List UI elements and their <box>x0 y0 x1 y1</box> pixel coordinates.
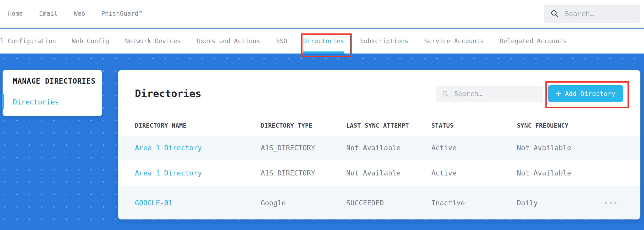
tab-users-and-actions[interactable]: Users and Actions <box>197 29 260 54</box>
cell-sync-frequency: Daily <box>517 199 604 207</box>
table-row: Area 1 Directory A1S_DIRECTORY Not Avail… <box>118 160 640 186</box>
column-directory-name: DIRECTORY NAME <box>135 122 261 129</box>
cell-directory-name-link[interactable]: GOOGLE-01 <box>135 199 261 207</box>
tab-email-configuration[interactable]: Email Configuration <box>0 29 56 54</box>
cell-directory-type: A1S_DIRECTORY <box>261 169 346 177</box>
column-status: STATUS <box>431 122 517 129</box>
cell-directory-type: Google <box>261 199 346 207</box>
cell-last-sync-attempt: Not Available <box>346 169 431 177</box>
top-nav-phishguard[interactable]: PhishGuard™ <box>101 10 142 17</box>
search-icon <box>442 90 449 98</box>
cell-directory-type: A1S_DIRECTORY <box>261 144 346 152</box>
top-nav-home[interactable]: Home <box>8 10 23 17</box>
add-directory-button[interactable]: + Add Directory <box>548 85 623 102</box>
column-sync-frequency: SYNC FREQUENCY <box>517 122 604 129</box>
panel-search[interactable] <box>436 86 543 102</box>
top-nav: Home Email Web PhishGuard™ <box>0 0 644 28</box>
sub-nav: Email Configuration Web Config Network D… <box>0 29 644 54</box>
tab-directories-label: Directories <box>303 38 344 45</box>
add-directory-label: Add Directory <box>565 90 615 98</box>
top-nav-web[interactable]: Web <box>74 10 85 17</box>
top-search[interactable] <box>544 5 640 23</box>
manage-directories-card: MANAGE DIRECTORIES Directories <box>3 70 102 116</box>
column-last-sync-attempt: LAST SYNC ATTEMPT <box>346 122 431 129</box>
table-row: Area 1 Directory A1S_DIRECTORY Not Avail… <box>118 136 640 160</box>
table-header: DIRECTORY NAME DIRECTORY TYPE LAST SYNC … <box>118 115 640 136</box>
cell-last-sync-attempt: SUCCEEDED <box>346 199 431 207</box>
cell-sync-frequency: Not Available <box>517 169 604 177</box>
row-actions-menu-icon[interactable]: ••• <box>604 200 618 206</box>
sidebar-item-directories[interactable]: Directories <box>13 98 59 106</box>
active-item-indicator <box>2 94 4 109</box>
tab-directories[interactable]: Directories <box>303 29 344 54</box>
cell-status: Active <box>431 144 517 152</box>
cell-status: Active <box>431 169 517 177</box>
page: Home Email Web PhishGuard™ Email Configu… <box>0 0 644 230</box>
tab-sso[interactable]: SSO <box>276 29 287 54</box>
cell-directory-name-link[interactable]: Area 1 Directory <box>135 169 261 177</box>
page-title: Directories <box>135 89 201 99</box>
plus-icon: + <box>556 89 561 98</box>
cell-last-sync-attempt: Not Available <box>346 144 431 152</box>
table-row: GOOGLE-01 Google SUCCEEDED Inactive Dail… <box>118 186 640 219</box>
column-directory-type: DIRECTORY TYPE <box>261 122 346 129</box>
cell-actions: ••• <box>604 199 623 207</box>
side-card-title: MANAGE DIRECTORIES <box>13 77 95 85</box>
cell-directory-name-link[interactable]: Area 1 Directory <box>135 144 261 152</box>
top-search-input[interactable] <box>565 10 640 18</box>
active-tab-underline <box>303 51 344 54</box>
cell-sync-frequency: Not Available <box>517 144 604 152</box>
tab-network-devices[interactable]: Network Devices <box>125 29 181 54</box>
directories-panel: Directories + Add Directory DIRECTORY NA… <box>118 70 640 219</box>
tab-subscriptions[interactable]: Subscriptions <box>360 29 408 54</box>
search-icon <box>550 9 559 18</box>
cell-status: Inactive <box>431 199 517 207</box>
tab-web-config[interactable]: Web Config <box>72 29 109 54</box>
panel-search-input[interactable] <box>454 90 543 98</box>
tab-service-accounts[interactable]: Service Accounts <box>424 29 484 54</box>
tab-delegated-accounts[interactable]: Delegated Accounts <box>500 29 567 54</box>
top-nav-email[interactable]: Email <box>39 10 58 17</box>
